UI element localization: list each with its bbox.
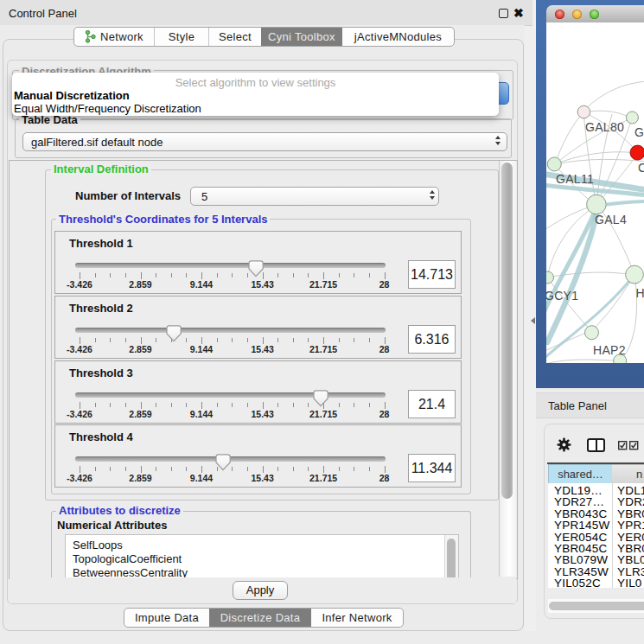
svg-text:GA: GA	[634, 125, 644, 139]
svg-text:HA: HA	[636, 286, 644, 300]
svg-text:GAL80: GAL80	[585, 120, 624, 134]
svg-text:GCY1: GCY1	[546, 289, 578, 303]
svg-text:CA: CA	[638, 161, 644, 175]
svg-text:GAL4: GAL4	[595, 213, 627, 226]
svg-text:HAP2: HAP2	[593, 343, 626, 357]
svg-text:GAL11: GAL11	[556, 172, 594, 186]
